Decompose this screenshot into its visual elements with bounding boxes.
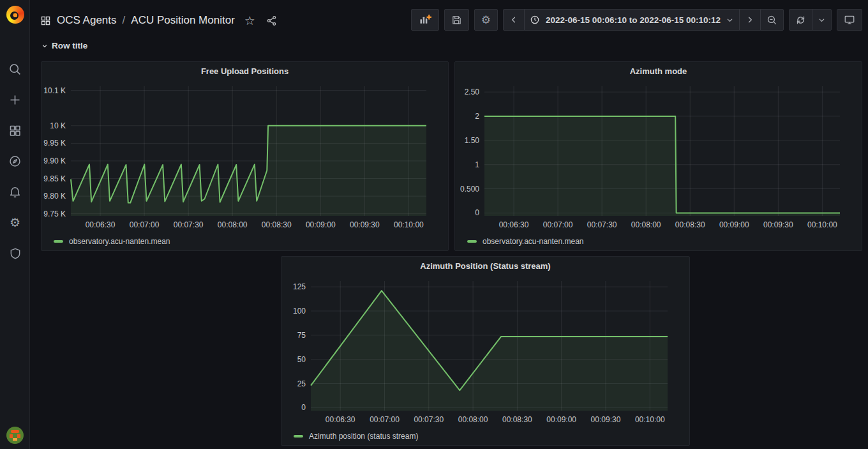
time-range-label: 2022-06-15 00:06:10 to 2022-06-15 00:10:… xyxy=(546,15,721,25)
svg-text:00:09:30: 00:09:30 xyxy=(763,220,793,229)
dashboards-icon[interactable] xyxy=(4,120,26,141)
row-title: Row title xyxy=(52,41,87,50)
breadcrumb-separator: / xyxy=(123,14,126,27)
svg-text:00:10:00: 00:10:00 xyxy=(394,220,424,229)
save-dashboard-button[interactable] xyxy=(444,9,469,31)
series-label: observatory.acu-nanten.mean xyxy=(483,237,584,246)
svg-text:00:06:30: 00:06:30 xyxy=(499,220,529,229)
series-label: observatory.acu-nanten.mean xyxy=(69,237,170,246)
panel-title[interactable]: Azimuth mode xyxy=(455,62,862,81)
svg-text:00:08:00: 00:08:00 xyxy=(631,220,661,229)
time-series-chart[interactable]: 00:06:3000:07:0000:07:3000:08:0000:08:30… xyxy=(281,276,689,427)
user-avatar[interactable] xyxy=(6,427,24,444)
svg-text:2: 2 xyxy=(475,112,479,121)
panel-azimuth-mode: Azimuth mode 00:06:3000:07:0000:07:3000:… xyxy=(454,61,862,251)
panel-title[interactable]: Free Upload Positions xyxy=(41,62,448,81)
svg-text:75: 75 xyxy=(297,331,306,340)
svg-text:00:09:30: 00:09:30 xyxy=(350,220,380,229)
svg-text:25: 25 xyxy=(297,379,306,388)
svg-text:00:07:00: 00:07:00 xyxy=(130,220,160,229)
svg-text:00:07:00: 00:07:00 xyxy=(370,415,400,424)
time-range-back-button[interactable] xyxy=(504,10,524,30)
server-admin-shield-icon[interactable] xyxy=(4,243,26,264)
time-series-chart[interactable]: 00:06:3000:07:0000:07:3000:08:0000:08:30… xyxy=(41,81,448,232)
clock-icon xyxy=(530,15,540,25)
breadcrumb-section[interactable]: OCS Agents xyxy=(57,14,117,27)
series-label: Azimuth position (status stream) xyxy=(309,432,418,441)
svg-text:1: 1 xyxy=(475,160,479,169)
legend-item[interactable]: observatory.acu-nanten.mean xyxy=(41,232,448,250)
series-color-marker xyxy=(54,240,63,243)
svg-text:00:09:00: 00:09:00 xyxy=(306,220,336,229)
time-range-forward-button[interactable] xyxy=(739,10,760,30)
svg-text:00:09:30: 00:09:30 xyxy=(591,415,621,424)
panel-azimuth-position-status-stream: Azimuth Position (Status stream) 00:06:3… xyxy=(281,256,690,446)
refresh-interval-dropdown[interactable] xyxy=(812,10,831,30)
legend-item[interactable]: observatory.acu-nanten.mean xyxy=(455,232,862,250)
svg-text:00:08:30: 00:08:30 xyxy=(675,220,705,229)
time-series-chart[interactable]: 00:06:3000:07:0000:07:3000:08:0000:08:30… xyxy=(455,81,862,232)
svg-text:1.50: 1.50 xyxy=(465,136,480,145)
svg-text:9.80 K: 9.80 K xyxy=(43,192,66,201)
svg-text:10 K: 10 K xyxy=(50,121,66,130)
row-collapse-chevron-icon xyxy=(41,42,49,50)
panel-free-upload-positions: Free Upload Positions 00:06:3000:07:0000… xyxy=(41,61,449,251)
svg-text:00:10:00: 00:10:00 xyxy=(807,220,837,229)
dashboard-toolbar: ⚙ 2022-06-15 00:06:10 to 2022-06-15 00:1… xyxy=(411,9,862,31)
refresh-group xyxy=(789,9,832,31)
svg-text:9.85 K: 9.85 K xyxy=(43,174,66,183)
svg-text:00:08:00: 00:08:00 xyxy=(218,220,248,229)
breadcrumb: OCS Agents / ACU Position Monitor ☆ xyxy=(40,14,277,27)
row-header[interactable]: Row title xyxy=(41,41,87,50)
svg-text:00:06:30: 00:06:30 xyxy=(326,415,355,424)
alerting-bell-icon[interactable] xyxy=(4,181,26,202)
breadcrumb-page-title[interactable]: ACU Position Monitor xyxy=(131,14,235,27)
series-color-marker xyxy=(467,240,477,243)
legend-item[interactable]: Azimuth position (status stream) xyxy=(281,427,689,445)
svg-text:00:08:30: 00:08:30 xyxy=(502,415,532,424)
top-nav: OCS Agents / ACU Position Monitor ☆ ⚙ 20… xyxy=(30,0,868,38)
series-color-marker xyxy=(294,435,303,438)
refresh-dashboard-button[interactable] xyxy=(789,10,812,30)
svg-text:00:09:00: 00:09:00 xyxy=(719,220,749,229)
grafana-logo-icon[interactable] xyxy=(6,6,24,24)
svg-text:00:09:00: 00:09:00 xyxy=(546,415,576,424)
svg-text:0: 0 xyxy=(301,403,306,412)
svg-text:9.95 K: 9.95 K xyxy=(43,139,66,148)
svg-text:9.90 K: 9.90 K xyxy=(43,156,66,165)
svg-text:00:07:00: 00:07:00 xyxy=(543,220,573,229)
svg-text:2.50: 2.50 xyxy=(465,88,480,96)
svg-text:00:06:30: 00:06:30 xyxy=(86,220,116,229)
svg-text:00:08:00: 00:08:00 xyxy=(458,415,488,424)
svg-text:00:10:00: 00:10:00 xyxy=(635,415,665,424)
chevron-down-icon xyxy=(726,16,734,24)
zoom-out-button[interactable] xyxy=(760,10,783,30)
configuration-gear-icon[interactable]: ⚙ xyxy=(4,212,26,233)
explore-compass-icon[interactable] xyxy=(4,151,26,172)
svg-text:50: 50 xyxy=(297,355,306,364)
svg-text:0.500: 0.500 xyxy=(460,185,479,194)
apps-grid-icon xyxy=(40,15,51,26)
create-plus-icon[interactable] xyxy=(4,89,26,110)
svg-text:00:07:30: 00:07:30 xyxy=(587,220,617,229)
svg-text:0: 0 xyxy=(475,208,479,217)
cycle-view-mode-button[interactable] xyxy=(837,9,862,31)
svg-text:9.75 K: 9.75 K xyxy=(43,209,66,218)
share-dashboard-icon[interactable] xyxy=(266,15,277,26)
svg-text:100: 100 xyxy=(293,307,306,316)
svg-text:00:07:30: 00:07:30 xyxy=(414,415,444,424)
svg-text:00:07:30: 00:07:30 xyxy=(174,220,204,229)
time-range-picker-button[interactable]: 2022-06-15 00:06:10 to 2022-06-15 00:10:… xyxy=(524,10,739,30)
svg-text:125: 125 xyxy=(293,282,306,291)
time-picker-group: 2022-06-15 00:06:10 to 2022-06-15 00:10:… xyxy=(503,9,784,31)
star-dashboard-icon[interactable]: ☆ xyxy=(244,15,255,27)
sidebar: ⚙ xyxy=(0,0,30,449)
panel-title[interactable]: Azimuth Position (Status stream) xyxy=(281,257,689,276)
dashboard-settings-button[interactable]: ⚙ xyxy=(474,9,498,31)
add-panel-button[interactable] xyxy=(411,9,439,31)
svg-text:10.1 K: 10.1 K xyxy=(43,86,66,95)
search-icon[interactable] xyxy=(4,59,26,80)
svg-text:00:08:30: 00:08:30 xyxy=(262,220,292,229)
